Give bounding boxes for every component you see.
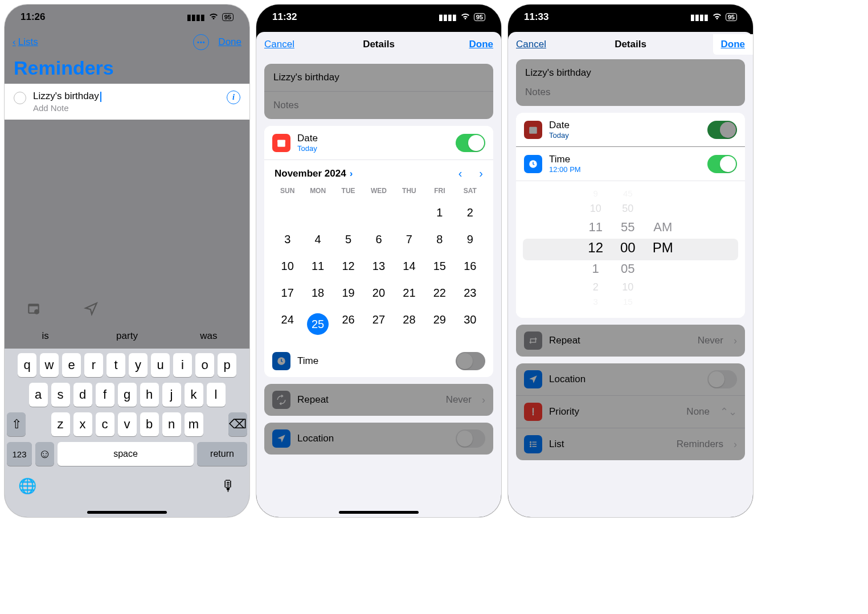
calendar-day[interactable]: 20 (363, 284, 394, 302)
calendar-picker[interactable]: November 2024› ‹ › SUNMONTUEWEDTHUFRISAT… (264, 160, 493, 345)
calendar-toolbar-icon[interactable] (26, 301, 41, 318)
calendar-day[interactable]: 28 (394, 311, 424, 337)
calendar-day[interactable]: 8 (424, 231, 455, 248)
calendar-day[interactable]: 23 (455, 284, 485, 302)
key-b[interactable]: b (140, 412, 159, 436)
key-x[interactable]: x (73, 412, 92, 436)
back-button[interactable]: ‹ Lists (13, 36, 38, 48)
home-indicator[interactable] (87, 511, 167, 514)
calendar-day[interactable]: 12 (333, 257, 363, 275)
repeat-row[interactable]: Repeat Never › (264, 384, 493, 416)
calendar-day[interactable]: 29 (424, 311, 455, 337)
suggestion-1[interactable]: is (5, 324, 86, 349)
time-toggle[interactable] (456, 352, 485, 370)
date-toggle[interactable] (456, 134, 485, 152)
date-row[interactable]: Date Today (264, 126, 493, 160)
add-note-placeholder[interactable]: Add Note (33, 103, 220, 113)
calendar-day[interactable]: 30 (455, 311, 485, 337)
key-k[interactable]: k (185, 383, 203, 407)
numbers-key[interactable]: 123 (7, 442, 32, 466)
date-row[interactable]: Date Today (516, 113, 745, 147)
return-key[interactable]: return (197, 442, 247, 466)
key-d[interactable]: d (73, 383, 92, 407)
calendar-day[interactable]: 5 (333, 231, 363, 248)
time-row[interactable]: Time (264, 345, 493, 377)
key-a[interactable]: a (29, 383, 48, 407)
location-toolbar-icon[interactable] (84, 301, 99, 318)
notes-field[interactable]: Notes (516, 84, 745, 106)
location-toggle[interactable] (456, 429, 485, 448)
calendar-day[interactable]: 21 (394, 284, 424, 302)
calendar-day[interactable]: 27 (363, 311, 394, 337)
reminder-title-field[interactable]: Lizzy's birthday (516, 59, 745, 84)
shift-key[interactable]: ⇧ (7, 412, 26, 436)
time-row[interactable]: Time 12:00 PM (516, 147, 745, 181)
key-t[interactable]: t (107, 353, 125, 377)
ampm-wheel[interactable]: AM PM (653, 187, 673, 309)
complete-checkbox[interactable] (14, 92, 26, 104)
reminder-item[interactable]: Lizzy's birthday Add Note i (5, 84, 249, 120)
minute-wheel[interactable]: 45 50 55 00 05 10 15 (620, 187, 636, 309)
calendar-day[interactable]: 13 (363, 257, 394, 275)
calendar-day[interactable]: 14 (394, 257, 424, 275)
key-s[interactable]: s (51, 383, 70, 407)
key-o[interactable]: o (195, 353, 214, 377)
calendar-day[interactable]: 4 (302, 231, 333, 248)
calendar-month-button[interactable]: November 2024› (275, 168, 353, 179)
key-r[interactable]: r (84, 353, 103, 377)
cancel-button[interactable]: Cancel (264, 39, 294, 50)
emoji-key[interactable]: ☺ (35, 442, 54, 466)
key-c[interactable]: c (96, 412, 114, 436)
done-button[interactable]: Done (218, 36, 241, 48)
done-button[interactable]: Done (469, 39, 494, 50)
calendar-day[interactable]: 1 (424, 204, 455, 222)
key-z[interactable]: z (51, 412, 70, 436)
calendar-day[interactable]: 7 (394, 231, 424, 248)
calendar-day[interactable]: 11 (302, 257, 333, 275)
location-row[interactable]: Location (264, 423, 493, 455)
location-row[interactable]: Location (516, 363, 745, 396)
more-options-button[interactable]: ••• (193, 34, 209, 50)
key-y[interactable]: y (129, 353, 148, 377)
key-l[interactable]: l (207, 383, 226, 407)
key-j[interactable]: j (162, 383, 181, 407)
key-v[interactable]: v (118, 412, 137, 436)
time-toggle[interactable] (707, 155, 737, 173)
prev-month-button[interactable]: ‹ (458, 167, 462, 180)
key-n[interactable]: n (162, 412, 181, 436)
dictation-key[interactable]: 🎙 (221, 477, 236, 495)
calendar-day[interactable]: 22 (424, 284, 455, 302)
reminder-title-field[interactable]: Lizzy's birthday (264, 64, 493, 92)
backspace-key[interactable]: ⌫ (228, 412, 247, 436)
key-q[interactable]: q (18, 353, 36, 377)
calendar-day[interactable]: 19 (333, 284, 363, 302)
calendar-day[interactable]: 16 (455, 257, 485, 275)
calendar-day[interactable]: 2 (455, 204, 485, 222)
key-f[interactable]: f (96, 383, 114, 407)
key-p[interactable]: p (218, 353, 236, 377)
cancel-button[interactable]: Cancel (516, 39, 546, 50)
key-i[interactable]: i (173, 353, 192, 377)
globe-key[interactable]: 🌐 (18, 477, 36, 495)
key-m[interactable]: m (185, 412, 203, 436)
priority-row[interactable]: Priority None ⌃⌄ (516, 396, 745, 428)
calendar-day[interactable]: 10 (272, 257, 302, 275)
key-u[interactable]: u (151, 353, 170, 377)
calendar-day[interactable]: 17 (272, 284, 302, 302)
key-w[interactable]: w (40, 353, 59, 377)
time-picker[interactable]: 9 10 11 12 1 2 3 45 50 55 00 05 10 (516, 181, 745, 318)
suggestion-3[interactable]: was (168, 324, 249, 349)
home-indicator[interactable] (339, 511, 419, 514)
location-toggle[interactable] (707, 370, 737, 388)
calendar-day[interactable]: 3 (272, 231, 302, 248)
reminder-title-input[interactable]: Lizzy's birthday (33, 91, 99, 101)
key-e[interactable]: e (62, 353, 81, 377)
next-month-button[interactable]: › (479, 167, 483, 180)
date-toggle[interactable] (707, 121, 737, 139)
list-row[interactable]: List Reminders › (516, 428, 745, 460)
calendar-day[interactable]: 9 (455, 231, 485, 248)
space-key[interactable]: space (58, 442, 194, 466)
repeat-row[interactable]: Repeat Never › (516, 325, 745, 357)
calendar-day[interactable]: 25 (302, 311, 333, 337)
calendar-day[interactable]: 26 (333, 311, 363, 337)
